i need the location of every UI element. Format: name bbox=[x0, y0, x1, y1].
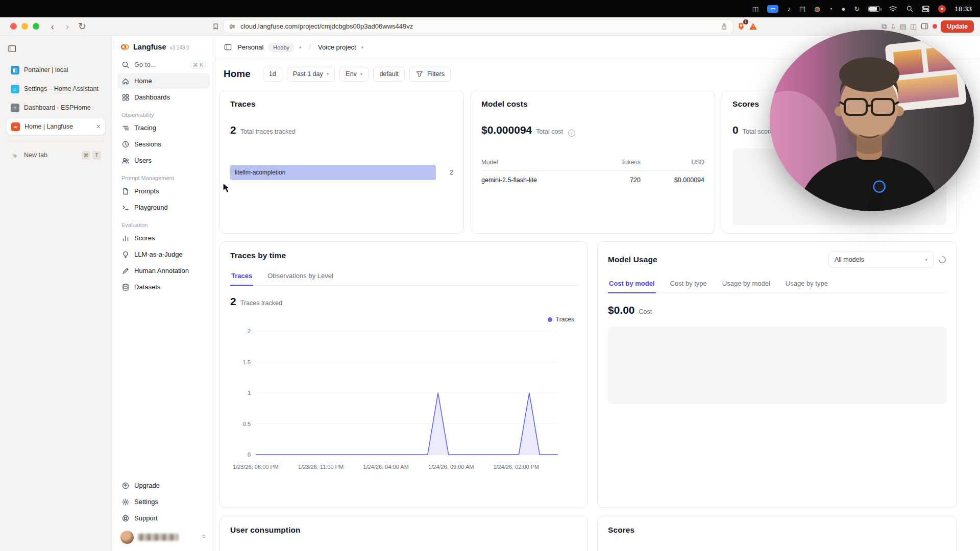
window-manager-icon[interactable]: ▤ bbox=[799, 6, 805, 12]
traces-card: Traces 2 Total traces tracked litellm-ac… bbox=[219, 90, 464, 234]
sidebar-item-users[interactable]: Users bbox=[117, 153, 210, 168]
svg-text:1.5: 1.5 bbox=[243, 359, 251, 365]
chevron-down-icon[interactable]: ▾ bbox=[299, 45, 302, 50]
sidebar-item-playground[interactable]: Playground bbox=[117, 199, 210, 215]
tab-cost-by-model[interactable]: Cost by model bbox=[608, 280, 656, 293]
traces-by-time-card: Traces by time Traces Observations by Le… bbox=[219, 241, 588, 508]
search-icon bbox=[121, 61, 130, 69]
env-value-chip[interactable]: default bbox=[373, 67, 405, 82]
tab-usage-by-model[interactable]: Usage by model bbox=[721, 280, 771, 293]
scores-count: 0 bbox=[732, 124, 739, 136]
bookmark-icon[interactable] bbox=[212, 22, 219, 31]
sidebar-toggle-icon[interactable] bbox=[920, 22, 929, 30]
split-view-icon[interactable]: ⧉ bbox=[881, 22, 887, 31]
model-select[interactable]: All models ▾ bbox=[828, 251, 934, 268]
close-window-button[interactable] bbox=[10, 23, 17, 30]
battery-icon[interactable] bbox=[868, 6, 880, 12]
zoom-window-button[interactable] bbox=[33, 23, 39, 30]
svg-text:1: 1 bbox=[248, 390, 251, 396]
tab-esphome[interactable]: ≡ Dashboard - ESPHome bbox=[6, 99, 106, 116]
chevron-down-icon[interactable]: ▾ bbox=[361, 45, 364, 50]
tab-usage-by-type[interactable]: Usage by type bbox=[785, 280, 829, 293]
range-short-chip[interactable]: 1d bbox=[263, 67, 282, 82]
sidebar-collapse-icon[interactable] bbox=[224, 43, 232, 51]
reload-button[interactable]: ↻ bbox=[77, 21, 88, 31]
sidebar-item-label: Scores bbox=[134, 234, 155, 242]
wifi-icon[interactable] bbox=[889, 6, 897, 12]
tab-traces[interactable]: Traces bbox=[230, 272, 253, 286]
window-controls bbox=[10, 23, 39, 30]
tabs-panel-toggle-icon[interactable] bbox=[7, 42, 21, 55]
status-dot-icon[interactable]: ● bbox=[841, 6, 845, 12]
close-tab-icon[interactable]: × bbox=[96, 122, 101, 131]
sidebar-item-tracing[interactable]: Tracing bbox=[117, 120, 210, 136]
profile-icon[interactable]: ◫ bbox=[910, 22, 917, 31]
url-text[interactable]: cloud.langfuse.com/project/cmjdcbgbs00p3… bbox=[240, 22, 716, 30]
traces-count-label: Total traces tracked bbox=[240, 128, 296, 135]
env-select[interactable]: Env▾ bbox=[339, 67, 369, 82]
sidebar-item-home[interactable]: Home bbox=[117, 73, 210, 89]
trace-name-bar[interactable]: litellm-acompletion bbox=[230, 165, 436, 180]
address-bar[interactable]: cloud.langfuse.com/project/cmjdcbgbs00p3… bbox=[223, 19, 733, 33]
timer-icon[interactable]: ◔ bbox=[829, 6, 833, 12]
sidebar-item-human-annotation[interactable]: Human Annotation bbox=[117, 263, 210, 279]
trace-name-bar-row[interactable]: litellm-acompletion 2 bbox=[230, 165, 453, 180]
env-value-label: default bbox=[379, 70, 399, 78]
brand[interactable]: Langfuse v3.148.0 bbox=[117, 42, 210, 57]
tab-home-assistant[interactable]: ⌂ Settings – Home Assistant bbox=[6, 80, 106, 97]
brave-shields-icon[interactable]: 1 bbox=[737, 22, 745, 31]
sidebar-item-support[interactable]: Support bbox=[117, 510, 210, 526]
breadcrumb-workspace[interactable]: Personal bbox=[237, 43, 263, 51]
new-tab-button[interactable]: + New tab ⌘ T bbox=[6, 147, 106, 163]
sidebar-item-settings[interactable]: Settings bbox=[117, 494, 210, 510]
back-button[interactable]: ‹ bbox=[47, 21, 58, 31]
filters-button[interactable]: Filters bbox=[409, 67, 451, 82]
user-name-redacted bbox=[138, 534, 179, 541]
downloads-icon[interactable]: ⇩ bbox=[890, 22, 896, 31]
sidebar-item-upgrade[interactable]: Upgrade bbox=[117, 478, 210, 493]
tab-observations-by-level[interactable]: Observations by Level bbox=[266, 272, 334, 285]
macos-menubar: ◫ ▭ ♪ ▤ ◍ ◔ ● ↻ ● 18:33 bbox=[0, 0, 980, 17]
usage-total-label: Cost bbox=[639, 308, 652, 315]
battery-level bbox=[869, 7, 877, 11]
sidebar-item-llm-judge[interactable]: LLM-as-a-Judge bbox=[117, 246, 210, 262]
sidebar-item-label: Tracing bbox=[134, 124, 156, 132]
menubar-clock[interactable]: 18:33 bbox=[954, 5, 972, 13]
display-icon[interactable]: ◫ bbox=[752, 6, 758, 12]
new-tab-label: New tab bbox=[24, 152, 47, 159]
card-title: Model Usage bbox=[608, 255, 657, 264]
shield-icon[interactable]: ◍ bbox=[814, 6, 820, 12]
sidebar-item-datasets[interactable]: Datasets bbox=[117, 279, 210, 295]
user-menu[interactable] bbox=[117, 526, 210, 545]
breadcrumb-project[interactable]: Voice project bbox=[318, 43, 356, 51]
updates-icon[interactable]: ↻ bbox=[854, 6, 860, 12]
tab-portainer[interactable]: ◧ Portainer | local bbox=[6, 61, 106, 79]
col-tokens: Tokens bbox=[584, 159, 641, 166]
sidebar-item-sessions[interactable]: Sessions bbox=[117, 136, 210, 152]
sidebar-item-label: Sessions bbox=[134, 140, 161, 148]
update-button[interactable]: Update bbox=[941, 20, 974, 33]
minimize-window-button[interactable] bbox=[21, 23, 28, 30]
table-row[interactable]: gemini-2.5-flash-lite 720 $0.000094 bbox=[481, 171, 704, 189]
music-icon[interactable]: ♪ bbox=[787, 6, 791, 12]
site-settings-icon[interactable] bbox=[229, 23, 236, 30]
share-icon[interactable] bbox=[720, 22, 728, 31]
tab-langfuse[interactable]: ∞ Home | Langfuse × bbox=[6, 118, 106, 135]
screen-share-icon[interactable]: ▭ bbox=[767, 5, 778, 13]
extensions-icon[interactable]: ▤ bbox=[900, 22, 906, 31]
sidebar-item-dashboards[interactable]: Dashboards bbox=[117, 89, 210, 105]
info-icon[interactable]: i bbox=[568, 130, 575, 137]
goto-search[interactable]: Go to... ⌘ K bbox=[117, 57, 210, 72]
tab-cost-by-type[interactable]: Cost by type bbox=[669, 280, 708, 293]
record-badge-icon[interactable]: ● bbox=[938, 5, 946, 13]
control-center-icon[interactable] bbox=[922, 6, 929, 12]
table-header: Model Tokens USD bbox=[481, 159, 704, 171]
forward-button[interactable]: › bbox=[62, 21, 73, 31]
sidebar-item-prompts[interactable]: Prompts bbox=[117, 183, 210, 199]
sidebar-item-scores[interactable]: Scores bbox=[117, 230, 210, 246]
range-select[interactable]: Past 1 day▾ bbox=[287, 67, 335, 82]
traces-line-chart[interactable]: 00.511.521/23/26, 06:00 PM1/23/26, 11:00… bbox=[230, 324, 577, 477]
scores-bottom-card: Scores bbox=[597, 516, 957, 551]
warning-icon[interactable] bbox=[749, 22, 757, 30]
search-icon[interactable] bbox=[906, 5, 913, 12]
